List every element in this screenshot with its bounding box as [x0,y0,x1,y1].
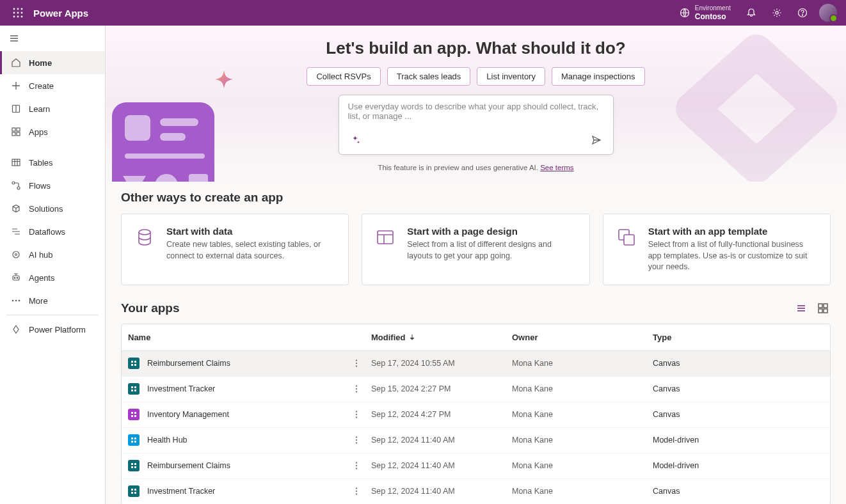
svg-rect-14 [12,128,15,131]
svg-point-5 [21,12,23,14]
svg-rect-41 [824,304,827,308]
table-row[interactable]: Investment Tracker Sep 15, 2024 2:27 PM … [122,377,830,402]
row-more-button[interactable] [349,407,363,421]
sidebar-item-label: Power Platform [29,325,86,335]
svg-rect-73 [134,463,136,465]
svg-point-64 [356,416,357,418]
svg-rect-18 [12,159,20,166]
sidebar-item-agents[interactable]: Agents [0,266,105,289]
row-more-button[interactable] [349,484,363,498]
hero-decoration-left [106,58,234,182]
app-name-cell: Health Hub [147,436,188,445]
card-title: Start with a page design [407,226,577,237]
apps-table: Name Modified Owner Type Reimbursement C… [121,324,831,505]
chip-collect-rsvps[interactable]: Collect RSVPs [307,67,380,86]
row-more-button[interactable] [349,459,363,473]
svg-rect-29 [112,102,214,182]
solutions-icon [11,203,21,214]
sidebar-item-dataflows[interactable]: Dataflows [0,220,105,243]
svg-rect-37 [378,231,393,244]
sidebar-item-home[interactable]: Home [0,51,105,74]
table-row[interactable]: Inventory Management Sep 12, 2024 4:27 P… [122,402,830,428]
sparkle-button[interactable] [348,132,363,148]
card-start-with-page-design[interactable]: Start with a page design Select from a l… [362,214,589,285]
owner-cell: Mona Kane [512,461,653,470]
svg-point-20 [17,187,20,189]
svg-point-19 [12,182,15,184]
row-more-button[interactable] [349,382,363,396]
modified-cell: Sep 12, 2024 11:40 AM [371,487,512,496]
svg-point-63 [356,414,357,415]
type-cell: Canvas [653,487,824,496]
sidebar-item-label: Agents [29,273,54,283]
svg-rect-52 [134,386,136,388]
svg-rect-17 [17,132,20,136]
hamburger-button[interactable] [0,26,105,51]
prompt-input[interactable] [348,102,604,127]
modified-cell: Sep 12, 2024 4:27 PM [371,410,512,419]
col-type[interactable]: Type [653,333,824,342]
sidebar-item-more[interactable]: More [0,289,105,312]
sidebar-item-flows[interactable]: Flows [0,174,105,197]
col-modified[interactable]: Modified [371,333,512,342]
sidebar-item-power-platform[interactable]: Power Platform [0,318,105,341]
chip-list-inventory[interactable]: List inventory [477,67,545,86]
svg-point-0 [13,8,15,10]
card-start-with-template[interactable]: Start with an app template Select from a… [603,214,831,285]
see-terms-link[interactable]: See terms [540,164,573,171]
col-name[interactable]: Name [128,333,371,342]
table-row[interactable]: Reimbursement Claims Sep 17, 2024 10:55 … [122,351,830,377]
more-vertical-icon [352,461,361,470]
svg-rect-72 [131,463,133,465]
environment-picker[interactable]: Environment Contoso [680,4,731,21]
sidebar-item-apps[interactable]: Apps [0,120,105,143]
card-start-with-data[interactable]: Start with data Create new tables, selec… [121,214,349,285]
hero-title: Let's build an app. What should it do? [259,38,694,58]
app-name-cell: Reimbursement Claims [147,359,230,368]
row-more-button[interactable] [349,356,363,370]
app-icon [128,383,140,395]
svg-rect-40 [818,304,822,308]
avatar[interactable] [819,4,837,22]
settings-button[interactable] [764,0,790,26]
svg-point-12 [802,15,802,15]
table-row[interactable]: Reimbursement Claims Sep 12, 2024 11:40 … [122,453,830,479]
svg-rect-82 [134,492,136,494]
sidebar-item-label: AI hub [29,250,53,260]
globe-icon [680,8,690,18]
hero-decoration-right [667,26,846,182]
chip-track-sales-leads[interactable]: Track sales leads [387,67,471,86]
bell-icon [746,8,756,18]
notifications-button[interactable] [738,0,764,26]
row-more-button[interactable] [349,433,363,447]
table-row[interactable]: Health Hub Sep 12, 2024 11:40 AM Mona Ka… [122,428,830,453]
send-button[interactable] [589,132,604,148]
modified-cell: Sep 17, 2024 10:55 AM [371,359,512,368]
svg-point-26 [12,300,14,302]
owner-cell: Mona Kane [512,359,653,368]
svg-rect-33 [125,154,205,159]
svg-point-21 [13,251,19,258]
waffle-icon[interactable] [5,0,31,26]
view-list-button[interactable] [794,301,809,316]
sidebar-item-tables[interactable]: Tables [0,151,105,174]
help-button[interactable] [790,0,815,26]
svg-rect-35 [189,174,208,182]
svg-rect-68 [134,441,136,443]
svg-rect-54 [134,390,136,391]
chip-manage-inspections[interactable]: Manage inspections [552,67,645,86]
more-vertical-icon [352,410,361,419]
sidebar-item-solutions[interactable]: Solutions [0,197,105,220]
svg-rect-42 [818,309,822,313]
sidebar-item-ai-hub[interactable]: AI hub [0,243,105,266]
card-desc: Select from a list of different designs … [407,239,577,262]
sidebar-item-learn[interactable]: Learn [0,97,105,120]
sidebar-item-create[interactable]: Create [0,74,105,97]
sort-desc-icon [409,334,415,340]
col-owner[interactable]: Owner [512,333,653,342]
svg-rect-59 [134,412,136,414]
view-grid-button[interactable] [815,301,831,316]
table-row[interactable]: Investment Tracker Sep 12, 2024 11:40 AM… [122,479,830,505]
send-icon [591,135,602,145]
suggestion-chips: Collect RSVPs Track sales leads List inv… [259,67,694,86]
